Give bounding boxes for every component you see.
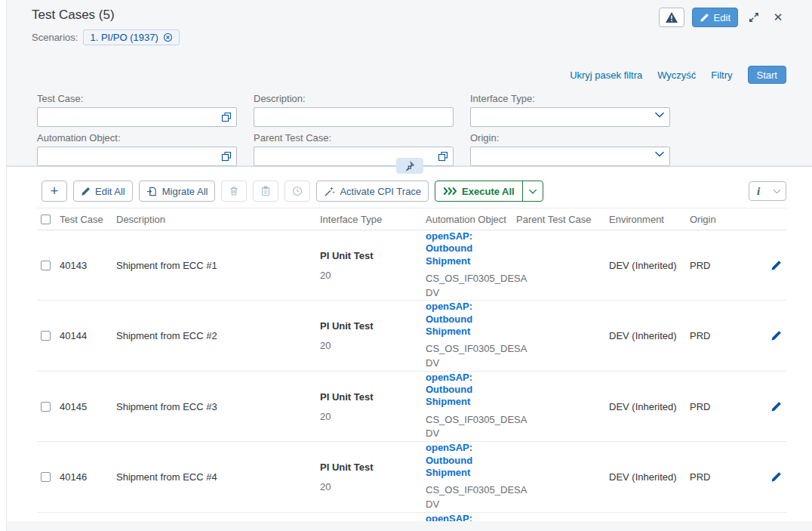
delete-button bbox=[221, 181, 247, 202]
test-cases-panel: Test Cases (5) Edit bbox=[6, 0, 812, 531]
environment: DEV (Inherited) bbox=[609, 330, 690, 341]
table-row: 40145 Shipment from ECC #3 PI Unit Test … bbox=[37, 372, 786, 442]
row-checkbox[interactable] bbox=[41, 472, 51, 482]
hide-filterbar-link[interactable]: Ukryj pasek filtra bbox=[570, 69, 642, 81]
header-and-filterbar: Test Cases (5) Edit bbox=[7, 0, 812, 167]
history-button bbox=[285, 181, 310, 202]
value-help-icon[interactable] bbox=[221, 112, 232, 122]
pin-icon bbox=[404, 161, 415, 171]
automation-object-input[interactable] bbox=[37, 147, 237, 166]
add-button[interactable]: + bbox=[42, 181, 67, 202]
triple-chevron-icon bbox=[443, 187, 457, 196]
filter-label-automation-object: Automation Object: bbox=[37, 132, 237, 144]
scenario-token[interactable]: 1. PI/PO (1937) bbox=[83, 29, 179, 45]
column-header-automation-object: Automation Object bbox=[426, 214, 516, 225]
table-row: 40146 Shipment from ECC #4 PI Unit Test … bbox=[37, 442, 786, 512]
clipboard-icon bbox=[260, 186, 271, 196]
table-body: 40143 Shipment from ECC #1 PI Unit Test … bbox=[37, 230, 786, 531]
page-bottom-strip bbox=[7, 521, 812, 531]
filter-label-origin: Origin: bbox=[470, 132, 670, 144]
row-checkbox[interactable] bbox=[41, 331, 51, 341]
origin: PRD bbox=[690, 330, 758, 341]
interface-type-select[interactable] bbox=[470, 107, 670, 127]
clock-icon bbox=[292, 186, 303, 196]
execute-all-split-button: Execute All bbox=[435, 181, 543, 202]
test-case-id: 40145 bbox=[60, 401, 116, 412]
environment: DEV (Inherited) bbox=[609, 471, 690, 483]
row-edit-button[interactable] bbox=[770, 330, 782, 341]
warning-messages-button[interactable] bbox=[659, 8, 684, 27]
test-cases-table: Test Case Description Interface Type Aut… bbox=[37, 208, 786, 531]
close-button[interactable]: ✕ bbox=[770, 8, 786, 27]
execute-all-dropdown-arrow[interactable] bbox=[522, 181, 543, 201]
row-edit-button[interactable] bbox=[770, 471, 782, 483]
origin-select[interactable] bbox=[470, 147, 670, 166]
automation-object-link[interactable]: openSAP: Outbound Shipment bbox=[426, 301, 518, 338]
interface-type-sub: 20 bbox=[320, 481, 420, 492]
filter-label-parent-test-case: Parent Test Case: bbox=[254, 132, 454, 144]
table-row: 40144 Shipment from ECC #2 PI Unit Test … bbox=[37, 301, 786, 371]
activate-cpi-trace-button[interactable]: Activate CPI Trace bbox=[316, 181, 429, 202]
migrate-all-button[interactable]: Migrate All bbox=[139, 181, 216, 202]
column-header-environment: Environment bbox=[609, 214, 690, 225]
interface-type: PI Unit Test bbox=[320, 320, 420, 332]
origin: PRD bbox=[690, 260, 758, 271]
token-remove-icon[interactable] bbox=[163, 32, 173, 42]
edit-button[interactable]: Edit bbox=[692, 8, 738, 27]
parent-test-case-input[interactable] bbox=[254, 147, 454, 166]
pencil-icon bbox=[700, 13, 709, 23]
interface-type-sub: 20 bbox=[320, 411, 420, 422]
filter-label-test-case: Test Case: bbox=[37, 93, 237, 104]
edit-all-button[interactable]: Edit All bbox=[73, 181, 133, 202]
automation-object-code: CS_OS_IF0305_DESADV bbox=[426, 272, 510, 301]
select-all-checkbox[interactable] bbox=[41, 215, 51, 224]
chevron-down-icon[interactable] bbox=[654, 151, 665, 157]
start-button[interactable]: Start bbox=[748, 66, 786, 84]
test-case-id: 40144 bbox=[60, 330, 116, 341]
table-header-row: Test Case Description Interface Type Aut… bbox=[37, 208, 786, 230]
warning-triangle-icon bbox=[666, 12, 678, 23]
column-header-description: Description bbox=[116, 214, 320, 225]
pin-filterbar-button[interactable] bbox=[396, 158, 423, 174]
row-checkbox[interactable] bbox=[41, 261, 51, 270]
clear-link[interactable]: Wyczyść bbox=[657, 69, 696, 81]
migrate-document-icon bbox=[146, 186, 158, 197]
value-help-icon[interactable] bbox=[221, 151, 232, 162]
column-header-parent-test-case: Parent Test Case bbox=[516, 214, 609, 225]
origin: PRD bbox=[690, 401, 758, 412]
environment: DEV (Inherited) bbox=[609, 401, 690, 412]
filters-link[interactable]: Filtry bbox=[711, 69, 732, 81]
interface-type: PI Unit Test bbox=[320, 462, 420, 473]
automation-object-link[interactable]: openSAP: Outbound Shipment bbox=[426, 372, 518, 409]
row-checkbox[interactable] bbox=[41, 402, 51, 412]
test-case-description: Shipment from ECC #3 bbox=[116, 401, 320, 412]
column-header-test-case: Test Case bbox=[60, 214, 116, 225]
test-case-input[interactable] bbox=[37, 107, 237, 127]
table-toolbar: + Edit All Migrate All bbox=[42, 181, 786, 202]
automation-object-code: CS_OS_IF0305_DESADV bbox=[426, 342, 510, 371]
interface-type: PI Unit Test bbox=[320, 391, 420, 403]
description-input[interactable] bbox=[254, 107, 454, 127]
value-help-icon[interactable] bbox=[438, 151, 448, 162]
automation-object-link[interactable]: openSAP: Outbound Shipment bbox=[426, 230, 518, 267]
test-case-description: Shipment from ECC #2 bbox=[116, 330, 320, 341]
full-screen-button[interactable] bbox=[746, 8, 762, 27]
filter-label-interface-type: Interface Type: bbox=[470, 93, 670, 104]
column-header-interface-type: Interface Type bbox=[320, 214, 426, 225]
page-title: Test Cases (5) bbox=[32, 8, 115, 23]
pencil-icon bbox=[81, 187, 91, 196]
automation-object-code: CS_OS_IF0305_DESADV bbox=[426, 413, 510, 442]
chevron-down-icon[interactable] bbox=[654, 112, 665, 118]
row-edit-button[interactable] bbox=[770, 260, 782, 271]
automation-object-link[interactable]: openSAP: Outbound Shipment bbox=[426, 442, 518, 479]
execute-all-button[interactable]: Execute All bbox=[435, 181, 522, 201]
row-edit-button[interactable] bbox=[770, 401, 782, 412]
filter-label-description: Description: bbox=[254, 93, 454, 104]
test-case-id: 40146 bbox=[60, 471, 116, 483]
info-button[interactable]: i bbox=[749, 182, 767, 200]
trash-icon bbox=[229, 186, 239, 196]
automation-object-code: CS_OS_IF0305_DESADV bbox=[426, 483, 510, 512]
info-dropdown-arrow[interactable] bbox=[767, 182, 786, 200]
scenarios-label: Scenarios: bbox=[32, 32, 78, 43]
info-split-button: i bbox=[749, 181, 786, 201]
